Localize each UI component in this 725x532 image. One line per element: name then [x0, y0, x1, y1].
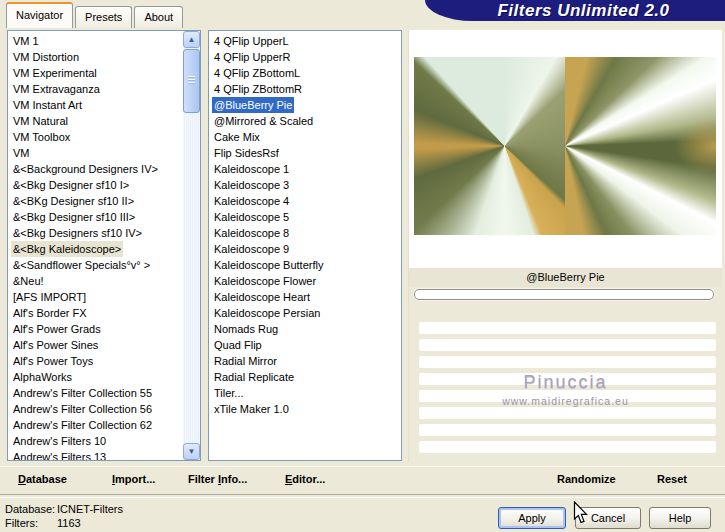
list-item[interactable]: Andrew's Filters 13	[8, 449, 183, 461]
list-item[interactable]: Alf's Border FX	[8, 305, 183, 321]
list-item[interactable]: Kaleidoscope Butterfly	[209, 257, 401, 273]
filter-rows: 4 QFlip UpperL4 QFlip UpperR4 QFlip ZBot…	[209, 33, 401, 417]
list-item[interactable]: 4 QFlip ZBottomR	[209, 81, 401, 97]
list-item[interactable]: Flip SidesRsf	[209, 145, 401, 161]
list-item[interactable]: Andrew's Filter Collection 56	[8, 401, 183, 417]
preview-kaleidoscope-left	[414, 57, 565, 235]
list-item[interactable]: Kaleidoscope 5	[209, 209, 401, 225]
scrollbar-thumb[interactable]	[183, 49, 200, 113]
list-item[interactable]: Alf's Power Grads	[8, 321, 183, 337]
filters-unlimited-dialog: Filters Unlimited 2.0 Navigator Presets …	[0, 0, 725, 532]
list-item[interactable]: Kaleidoscope 9	[209, 241, 401, 257]
preview-image	[414, 57, 716, 235]
reset-button[interactable]: Reset	[657, 473, 687, 485]
list-item[interactable]: @BlueBerry Pie	[209, 97, 401, 113]
filter-info-button[interactable]: Filter Info...	[188, 473, 247, 485]
list-item[interactable]: [AFS IMPORT]	[8, 289, 183, 305]
progress-bar	[414, 289, 714, 300]
thumb-grip-icon	[188, 76, 195, 85]
list-item[interactable]: &<Bkg Designer sf10 I>	[8, 177, 183, 193]
list-item[interactable]: &Neu!	[8, 273, 183, 289]
list-item[interactable]: Radial Mirror	[209, 353, 401, 369]
category-scrollbar[interactable]: ▲ ▼	[183, 31, 200, 460]
randomize-button[interactable]: Randomize	[557, 473, 616, 485]
list-item[interactable]: Cake Mix	[209, 129, 401, 145]
list-item[interactable]: Nomads Rug	[209, 321, 401, 337]
list-item[interactable]: VM Instant Art	[8, 97, 183, 113]
help-button[interactable]: Help	[649, 507, 711, 529]
database-status-label: Database:	[5, 503, 55, 515]
tab-about[interactable]: About	[134, 6, 183, 28]
list-item[interactable]: &<Bkg Kaleidoscope>	[8, 241, 183, 257]
apply-button[interactable]: Apply	[498, 507, 566, 529]
list-item[interactable]: Quad Flip	[209, 337, 401, 353]
slider-row[interactable]	[419, 322, 716, 334]
list-item[interactable]: Kaleidoscope 8	[209, 225, 401, 241]
filters-count-label: Filters:	[5, 517, 38, 529]
category-listbox[interactable]: VM 1VM DistortionVM ExperimentalVM Extra…	[7, 30, 201, 461]
filter-controls-area: @BlueBerry Pie Pinuccia www.maidiregrafi…	[409, 268, 722, 462]
list-item[interactable]: Kaleidoscope Heart	[209, 289, 401, 305]
slider-row[interactable]	[419, 339, 716, 351]
slider-row[interactable]	[419, 407, 716, 419]
scroll-up-icon[interactable]: ▲	[183, 31, 200, 48]
list-item[interactable]: VM	[8, 145, 183, 161]
editor-button[interactable]: Editor...	[285, 473, 325, 485]
list-item[interactable]: &<Bkg Designer sf10 III>	[8, 209, 183, 225]
slider-row[interactable]	[419, 424, 716, 436]
list-item[interactable]: 4 QFlip ZBottomL	[209, 65, 401, 81]
tab-navigator[interactable]: Navigator	[6, 2, 73, 28]
selected-filter-name: @BlueBerry Pie	[409, 268, 722, 287]
list-item[interactable]: Kaleidoscope Persian	[209, 305, 401, 321]
mouse-cursor-icon	[573, 501, 590, 526]
list-item[interactable]: Alf's Power Sines	[8, 337, 183, 353]
list-item[interactable]: VM Natural	[8, 113, 183, 129]
list-item[interactable]: xTile Maker 1.0	[209, 401, 401, 417]
list-item[interactable]: Alf's Power Toys	[8, 353, 183, 369]
database-button[interactable]: Database	[18, 473, 67, 485]
list-item[interactable]: VM Experimental	[8, 65, 183, 81]
slider-row[interactable]	[419, 373, 716, 385]
list-item[interactable]: Kaleidoscope 4	[209, 193, 401, 209]
category-rows: VM 1VM DistortionVM ExperimentalVM Extra…	[8, 33, 183, 461]
list-item[interactable]: Kaleidoscope 1	[209, 161, 401, 177]
filters-count-value: 1163	[57, 517, 81, 529]
list-item[interactable]: &<Sandflower Specials°v° >	[8, 257, 183, 273]
app-title: Filters Unlimited 2.0	[450, 1, 717, 21]
database-status-value: ICNET-Filters	[57, 503, 123, 515]
import-button[interactable]: Import...	[112, 473, 155, 485]
scroll-down-icon[interactable]: ▼	[183, 443, 200, 460]
slider-row[interactable]	[419, 356, 716, 368]
preview-kaleidoscope-right	[565, 57, 716, 235]
slider-rows	[409, 322, 722, 458]
list-item[interactable]: &<Bkg Designers sf10 IV>	[8, 225, 183, 241]
list-item[interactable]: @Mirrored & Scaled	[209, 113, 401, 129]
list-item[interactable]: 4 QFlip UpperR	[209, 49, 401, 65]
tab-bar: Navigator Presets About	[6, 0, 185, 28]
list-item[interactable]: 4 QFlip UpperL	[209, 33, 401, 49]
list-item[interactable]: Andrew's Filter Collection 55	[8, 385, 183, 401]
list-item[interactable]: VM Distortion	[8, 49, 183, 65]
list-item[interactable]: Radial Replicate	[209, 369, 401, 385]
preview-panel: @BlueBerry Pie Pinuccia www.maidiregrafi…	[408, 30, 722, 462]
list-item[interactable]: Kaleidoscope Flower	[209, 273, 401, 289]
list-item[interactable]: &<Background Designers IV>	[8, 161, 183, 177]
list-item[interactable]: &<BKg Designer sf10 II>	[8, 193, 183, 209]
tab-presets[interactable]: Presets	[75, 6, 132, 28]
list-item[interactable]: Tiler...	[209, 385, 401, 401]
list-item[interactable]: VM 1	[8, 33, 183, 49]
list-item[interactable]: Andrew's Filters 10	[8, 433, 183, 449]
list-item[interactable]: Andrew's Filter Collection 62	[8, 417, 183, 433]
list-item[interactable]: VM Extravaganza	[8, 81, 183, 97]
filter-listbox[interactable]: 4 QFlip UpperL4 QFlip UpperR4 QFlip ZBot…	[208, 30, 402, 461]
list-item[interactable]: VM Toolbox	[8, 129, 183, 145]
list-item[interactable]: Kaleidoscope 3	[209, 177, 401, 193]
slider-row[interactable]	[419, 441, 716, 453]
bottom-toolbar: Database Import... Filter Info... Editor…	[0, 466, 725, 494]
list-item[interactable]: AlphaWorks	[8, 369, 183, 385]
slider-row[interactable]	[419, 390, 716, 402]
